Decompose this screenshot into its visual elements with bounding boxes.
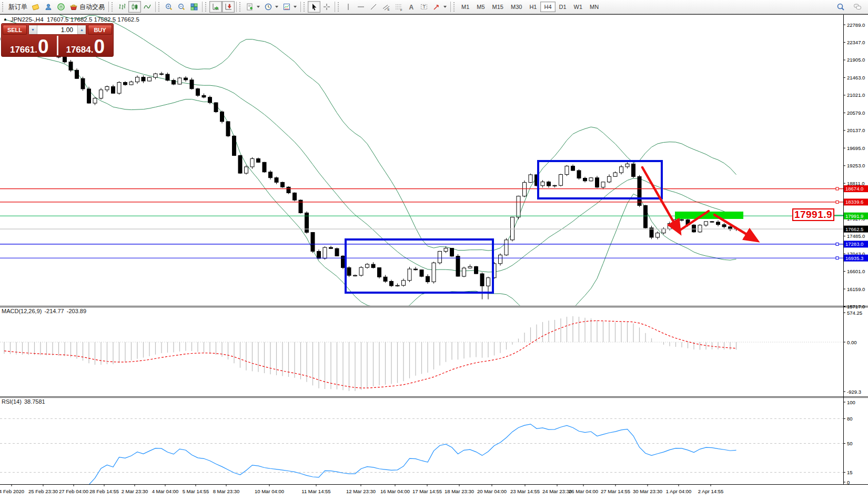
volume-decrease-button[interactable]: ▼ <box>29 25 37 34</box>
candle-body <box>105 87 109 90</box>
level-handle[interactable] <box>836 187 839 190</box>
auto-scroll-button[interactable] <box>209 1 222 13</box>
text-label-button[interactable]: T <box>418 1 430 13</box>
arrows-button[interactable] <box>430 1 449 13</box>
support-zone-highlight[interactable] <box>675 212 743 219</box>
candlestick-chart-button[interactable] <box>128 1 141 13</box>
candle-body <box>214 103 218 112</box>
buy-price-int: 17684 <box>66 45 90 55</box>
candle-body <box>499 255 502 263</box>
cursor-button[interactable] <box>308 1 320 13</box>
community-button[interactable] <box>42 1 55 13</box>
candle-body <box>269 172 272 178</box>
svg-text:E: E <box>388 8 390 11</box>
candle-body <box>541 182 544 186</box>
line-chart-button[interactable] <box>141 1 154 13</box>
candle-body <box>220 112 224 121</box>
new-order-button[interactable]: 新订单 <box>6 1 29 13</box>
toolbar-grip <box>338 2 341 12</box>
bar-chart-button[interactable] <box>116 1 128 13</box>
candle-body <box>69 62 73 71</box>
search-button[interactable] <box>834 1 847 13</box>
sell-price-dot: . <box>35 45 37 55</box>
horizontal-line-button[interactable] <box>355 1 367 13</box>
timeframe-m1[interactable]: M1 <box>458 2 473 12</box>
timeframe-m5[interactable]: M5 <box>473 2 488 12</box>
timeframe-m15[interactable]: M15 <box>489 2 507 12</box>
price-alert-label[interactable]: 17991.9 <box>792 208 834 221</box>
toolbar-grip <box>453 2 457 12</box>
candle-body <box>438 251 442 263</box>
chart-shift-button[interactable] <box>222 1 235 13</box>
sell-button[interactable]: SELL <box>3 25 27 35</box>
zoom-in-button[interactable] <box>163 1 175 13</box>
periods-button[interactable] <box>262 1 280 13</box>
level-handle[interactable] <box>836 201 839 203</box>
x-axis-label: 18 Mar 23:30 <box>445 488 474 494</box>
vertical-line-button[interactable] <box>342 1 355 13</box>
y-axis-tick-label: 19253.0 <box>847 163 865 168</box>
fibonacci-button[interactable]: F <box>392 1 405 13</box>
indicators-button[interactable] <box>244 1 262 13</box>
candle-body <box>468 266 472 268</box>
volume-increase-button[interactable]: ▲ <box>77 25 86 34</box>
dropdown-caret-icon[interactable] <box>275 6 278 8</box>
candle-body <box>317 252 321 258</box>
signals-button[interactable] <box>55 1 67 13</box>
dropdown-caret-icon[interactable] <box>294 6 297 8</box>
timeframe-m30[interactable]: M30 <box>507 2 526 12</box>
level-handle[interactable] <box>836 257 839 259</box>
zoom-out-button[interactable] <box>175 1 188 13</box>
text-button[interactable]: A <box>405 1 418 13</box>
chat-button[interactable] <box>851 1 864 13</box>
candle-body <box>184 78 188 80</box>
candle-body <box>414 269 418 270</box>
candle-body <box>504 240 508 255</box>
y-axis-tick-label: 21021.0 <box>847 92 865 98</box>
collapse-arrow-icon[interactable]: ▲ <box>3 17 7 22</box>
buy-button[interactable]: BUY <box>88 25 112 35</box>
sell-price[interactable]: 17661.0 <box>3 36 56 55</box>
templates-button[interactable] <box>280 1 299 13</box>
candle-body <box>371 264 375 267</box>
dropdown-caret-icon[interactable] <box>443 6 447 8</box>
timeframe-h1[interactable]: H1 <box>526 2 540 12</box>
timeframe-mn[interactable]: MN <box>586 2 602 12</box>
candle-body <box>698 225 702 232</box>
candle-body <box>450 248 454 256</box>
top-toolbar: 新订单自动交易EFATM1M5M15M30H1H4D1W1MN <box>0 0 868 14</box>
vertical-line-icon <box>344 3 352 11</box>
timeframe-h4[interactable]: H4 <box>540 2 555 12</box>
candle-body <box>529 175 532 183</box>
candle-body <box>166 74 169 81</box>
tile-windows-button[interactable] <box>188 1 200 13</box>
auto-trading-button-label: 自动交易 <box>79 3 105 12</box>
y-axis-tick-label: 16159.0 <box>847 286 865 292</box>
timeframe-w1[interactable]: W1 <box>570 2 587 12</box>
timeframe-d1[interactable]: D1 <box>556 2 570 12</box>
level-handle[interactable] <box>836 243 839 245</box>
basket-icon <box>69 3 78 11</box>
candle-body <box>638 176 641 205</box>
toolbar-right-group <box>834 1 864 13</box>
candles-group <box>0 36 738 299</box>
buy-price[interactable]: 17684.0 <box>59 36 113 55</box>
crosshair-button[interactable] <box>320 1 333 13</box>
macd-scale-label: -929.3 <box>847 389 861 395</box>
candle-body <box>87 89 91 103</box>
x-axis-label: 25 Feb 23:30 <box>28 488 58 494</box>
auto-trading-button[interactable]: 自动交易 <box>67 1 107 13</box>
candle-body <box>722 225 726 227</box>
price-level-badge-text: 17662.5 <box>845 226 863 232</box>
clock-icon <box>264 3 272 11</box>
candle-body <box>402 281 406 285</box>
trendline-button[interactable] <box>367 1 380 13</box>
trade-panel-top-row: SELL ▼ 1.00 ▲ BUY <box>3 25 112 35</box>
equidistant-channel-button[interactable]: E <box>380 1 392 13</box>
chart-canvas[interactable]: 22789.022347.021905.021463.021021.020579… <box>0 0 868 500</box>
metaeditor-button[interactable] <box>29 1 42 13</box>
svg-text:F: F <box>400 8 402 12</box>
dropdown-caret-icon[interactable] <box>257 6 260 8</box>
sell-price-int: 17661 <box>10 45 35 55</box>
volume-value[interactable]: 1.00 <box>37 25 77 34</box>
